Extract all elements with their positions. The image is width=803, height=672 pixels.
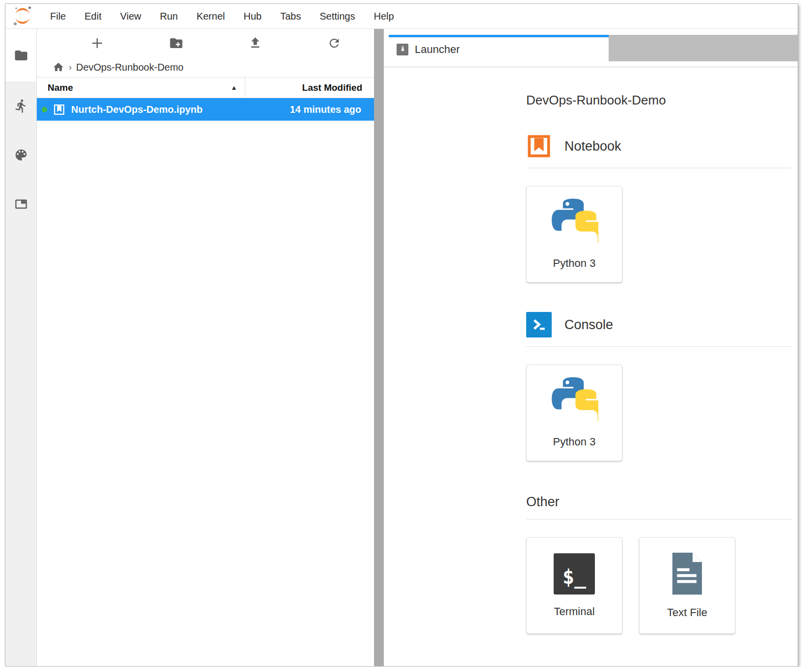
upload-button[interactable] <box>216 29 295 57</box>
menu-settings[interactable]: Settings <box>310 11 364 22</box>
notebook-icon <box>526 133 552 159</box>
tab-launcher-label: Launcher <box>415 43 460 56</box>
notebook-file-icon <box>53 103 65 116</box>
plus-icon <box>90 36 105 51</box>
card-label-terminal: Terminal <box>554 605 594 618</box>
sidebar-tab-file-browser[interactable] <box>5 29 36 81</box>
tab-bar-empty-area <box>609 35 798 61</box>
file-last-modified: 14 minutes ago <box>290 104 374 115</box>
jupyter-logo <box>11 5 34 27</box>
python-logo <box>550 199 598 246</box>
tab-bar-spacer <box>384 35 389 61</box>
python-logo <box>550 377 598 425</box>
name-header-label: Name <box>48 82 73 93</box>
launcher-card-console-python3[interactable]: Python 3 <box>526 364 622 461</box>
palette-icon <box>14 148 28 162</box>
file-name: Nurtch-DevOps-Demo.ipynb <box>71 104 290 115</box>
terminal-prompt-glyph: $_ <box>562 567 586 594</box>
console-cards-row: Python 3 <box>526 364 792 461</box>
notebook-cards-row: Python 3 <box>526 186 792 283</box>
section-separator <box>526 346 792 347</box>
file-browser-panel: › DevOps-Runbook-Demo Name ▲ Last Modifi… <box>37 29 374 667</box>
file-list-header: Name ▲ Last Modified <box>37 77 374 98</box>
menu-edit[interactable]: Edit <box>75 11 110 22</box>
upload-icon <box>248 36 262 50</box>
home-icon[interactable] <box>53 61 64 73</box>
tab-launcher[interactable]: Launcher <box>389 35 609 61</box>
new-folder-button[interactable] <box>136 29 215 57</box>
sidebar-tab-open-tabs[interactable] <box>5 180 36 229</box>
menu-help[interactable]: Help <box>364 11 403 22</box>
menu-view[interactable]: View <box>111 11 151 22</box>
menu-run[interactable]: Run <box>151 11 187 22</box>
dock-tab-bar: Launcher <box>384 29 798 61</box>
main-dock-panel: Launcher DevOps-Runbook-Demo Notebook <box>384 29 798 667</box>
jupyterlab-window: File Edit View Run Kernel Hub Tabs Setti… <box>5 3 798 667</box>
left-sidebar <box>5 29 37 667</box>
running-person-icon <box>14 99 28 113</box>
card-label-text-file: Text File <box>667 606 707 619</box>
column-header-name[interactable]: Name ▲ <box>37 78 245 98</box>
menu-file[interactable]: File <box>41 11 75 22</box>
file-browser-toolbar <box>37 29 374 57</box>
card-label-python3: Python 3 <box>553 436 596 448</box>
last-modified-header-label: Last Modified <box>302 82 362 93</box>
menu-kernel[interactable]: Kernel <box>187 11 234 22</box>
launcher-body: DevOps-Runbook-Demo Notebook <box>384 67 798 667</box>
section-notebook-label: Notebook <box>564 139 621 154</box>
terminal-icon: $_ <box>554 553 595 594</box>
new-launcher-button[interactable] <box>57 29 136 57</box>
section-console-label: Console <box>564 317 613 333</box>
card-label-python3: Python 3 <box>553 257 596 270</box>
breadcrumb: › DevOps-Runbook-Demo <box>37 57 374 77</box>
launcher-cwd-title: DevOps-Runbook-Demo <box>526 93 792 108</box>
launcher-card-notebook-python3[interactable]: Python 3 <box>526 186 622 283</box>
section-other-label: Other <box>526 494 560 510</box>
kernel-running-dot <box>42 107 47 112</box>
breadcrumb-current-folder[interactable]: DevOps-Runbook-Demo <box>76 62 184 73</box>
menu-bar: File Edit View Run Kernel Hub Tabs Setti… <box>5 4 798 29</box>
section-notebook-header: Notebook <box>526 133 792 159</box>
section-console-header: Console <box>526 312 792 337</box>
dock-separator <box>384 61 798 67</box>
sidebar-tab-running-sessions[interactable] <box>5 81 36 130</box>
sidebar-tab-command-palette[interactable] <box>5 130 36 180</box>
text-file-icon <box>669 552 706 595</box>
section-separator <box>526 168 792 168</box>
menu-tabs[interactable]: Tabs <box>271 11 310 22</box>
new-folder-icon <box>169 36 184 51</box>
sort-ascending-icon: ▲ <box>231 84 245 91</box>
refresh-icon <box>327 36 341 50</box>
launcher-card-text-file[interactable]: Text File <box>639 537 735 634</box>
file-row-selected[interactable]: Nurtch-DevOps-Demo.ipynb 14 minutes ago <box>37 98 374 121</box>
column-header-last-modified[interactable]: Last Modified <box>245 78 374 98</box>
menu-hub[interactable]: Hub <box>234 11 271 22</box>
section-separator <box>526 519 792 519</box>
section-other-header: Other <box>526 493 792 510</box>
folder-icon <box>14 48 28 63</box>
launcher-card-terminal[interactable]: $_ Terminal <box>526 537 622 634</box>
launcher-rocket-icon <box>397 44 408 55</box>
jupyter-logo-icon <box>11 5 34 27</box>
refresh-button[interactable] <box>295 29 374 57</box>
console-icon <box>526 312 552 337</box>
other-cards-row: $_ Terminal Text File <box>526 537 792 634</box>
open-tabs-icon <box>14 197 28 211</box>
breadcrumb-separator: › <box>69 62 72 73</box>
panel-resize-divider[interactable] <box>374 29 384 667</box>
